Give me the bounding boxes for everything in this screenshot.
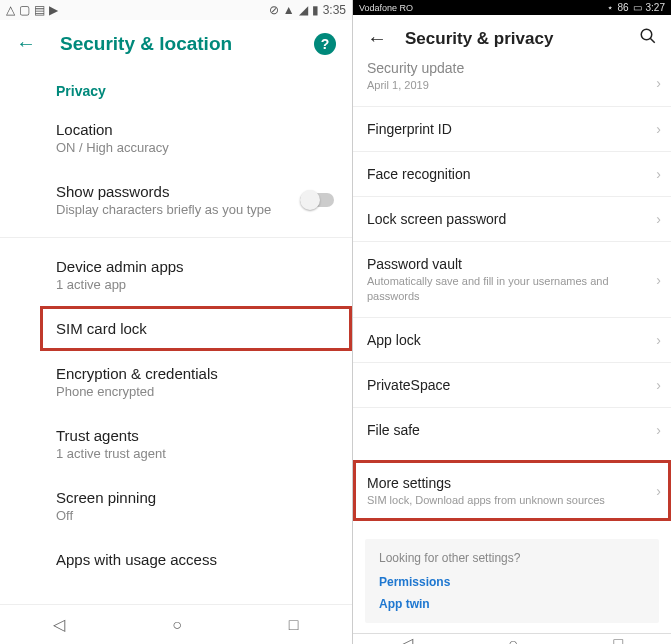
item-title: More settings xyxy=(367,475,657,491)
item-title: Apps with usage access xyxy=(56,551,336,568)
settings-list: Security update April 1, 2019 › Fingerpr… xyxy=(353,60,671,633)
app-bar: ← Security & privacy xyxy=(353,15,671,60)
item-file-safe[interactable]: File safe › xyxy=(353,407,671,452)
wifi-icon: ▲ xyxy=(283,3,295,17)
chevron-right-icon: › xyxy=(656,166,661,182)
bluetooth-icon: ⋆ xyxy=(607,2,613,13)
item-subtitle: April 1, 2019 xyxy=(367,78,657,92)
item-encryption[interactable]: Encryption & credentials Phone encrypted xyxy=(0,351,352,413)
item-private-space[interactable]: PrivateSpace › xyxy=(353,362,671,407)
search-icon[interactable] xyxy=(639,27,657,50)
app-bar: ← Security & location ? xyxy=(0,20,352,67)
divider xyxy=(0,237,352,238)
battery-icon: ▭ xyxy=(633,2,642,13)
item-title: Security update xyxy=(367,60,657,76)
nav-recent-icon[interactable]: □ xyxy=(289,616,299,634)
play-icon: ▶ xyxy=(49,3,58,17)
item-subtitle: Off xyxy=(56,508,336,523)
dnd-icon: ⊘ xyxy=(269,3,279,17)
nav-bar: ◁ ○ □ xyxy=(0,604,352,644)
item-sim-card-lock[interactable]: SIM card lock xyxy=(40,306,352,351)
item-title: Lock screen password xyxy=(367,211,657,227)
item-title: SIM card lock xyxy=(56,320,312,337)
item-subtitle: Phone encrypted xyxy=(56,384,336,399)
footer-question: Looking for other settings? xyxy=(379,551,645,565)
battery-pct: 86 xyxy=(617,2,628,13)
chevron-right-icon: › xyxy=(656,211,661,227)
item-title: Trust agents xyxy=(56,427,336,444)
toggle-switch[interactable] xyxy=(300,193,334,207)
nav-recent-icon[interactable]: □ xyxy=(614,635,624,644)
item-title: Encryption & credentials xyxy=(56,365,336,382)
chevron-right-icon: › xyxy=(656,483,661,499)
battery-icon: ▮ xyxy=(312,3,319,17)
status-time: 3:35 xyxy=(323,3,346,17)
chevron-right-icon: › xyxy=(656,272,661,288)
item-app-lock[interactable]: App lock › xyxy=(353,317,671,362)
item-subtitle: SIM lock, Download apps from unknown sou… xyxy=(367,493,657,507)
nav-bar: ◁ ○ □ xyxy=(353,633,671,644)
nav-home-icon[interactable]: ○ xyxy=(172,616,182,634)
item-location[interactable]: Location ON / High accuracy xyxy=(0,107,352,169)
item-subtitle: Display characters briefly as you type xyxy=(56,202,336,217)
back-arrow-icon[interactable]: ← xyxy=(16,32,36,55)
item-subtitle: ON / High accuracy xyxy=(56,140,336,155)
link-permissions[interactable]: Permissions xyxy=(379,575,645,589)
item-lock-screen-password[interactable]: Lock screen password › xyxy=(353,196,671,241)
status-bar: △ ▢ ▤ ▶ ⊘ ▲ ◢ ▮ 3:35 xyxy=(0,0,352,20)
settings-list: Privacy Location ON / High accuracy Show… xyxy=(0,67,352,582)
footer-suggestions: Looking for other settings? Permissions … xyxy=(365,539,659,623)
chevron-right-icon: › xyxy=(656,121,661,137)
item-device-admin[interactable]: Device admin apps 1 active app xyxy=(0,244,352,306)
item-title: Password vault xyxy=(367,256,657,272)
item-title: Face recognition xyxy=(367,166,657,182)
back-arrow-icon[interactable]: ← xyxy=(367,27,387,50)
help-icon[interactable]: ? xyxy=(314,33,336,55)
chevron-right-icon: › xyxy=(656,422,661,438)
item-subtitle: 1 active app xyxy=(56,277,336,292)
item-title: Device admin apps xyxy=(56,258,336,275)
chevron-right-icon: › xyxy=(656,377,661,393)
drive-icon: △ xyxy=(6,3,15,17)
chevron-right-icon: › xyxy=(656,332,661,348)
doc-icon: ▤ xyxy=(34,3,45,17)
phone-left: △ ▢ ▤ ▶ ⊘ ▲ ◢ ▮ 3:35 ← Security & locati… xyxy=(0,0,353,644)
item-face-recognition[interactable]: Face recognition › xyxy=(353,151,671,196)
item-subtitle: Automatically save and fill in your user… xyxy=(367,274,657,303)
item-title: PrivateSpace xyxy=(367,377,657,393)
link-app-twin[interactable]: App twin xyxy=(379,597,645,611)
page-title: Security & location xyxy=(60,33,290,55)
item-title: Screen pinning xyxy=(56,489,336,506)
signal-icon: ◢ xyxy=(299,3,308,17)
page-title: Security & privacy xyxy=(405,29,621,49)
item-show-passwords[interactable]: Show passwords Display characters briefl… xyxy=(0,169,352,231)
carrier-label: Vodafone RO xyxy=(359,3,413,13)
status-time: 3:27 xyxy=(646,2,665,13)
nav-back-icon[interactable]: ◁ xyxy=(53,615,65,634)
svg-point-0 xyxy=(641,29,652,40)
item-apps-usage[interactable]: Apps with usage access xyxy=(0,537,352,582)
nav-home-icon[interactable]: ○ xyxy=(508,635,518,644)
photo-icon: ▢ xyxy=(19,3,30,17)
item-subtitle: 1 active trust agent xyxy=(56,446,336,461)
status-bar: Vodafone RO ⋆ 86 ▭ 3:27 xyxy=(353,0,671,15)
item-title: Location xyxy=(56,121,336,138)
section-privacy: Privacy xyxy=(0,71,352,107)
item-title: App lock xyxy=(367,332,657,348)
item-more-settings[interactable]: More settings SIM lock, Download apps fr… xyxy=(353,460,671,521)
item-fingerprint[interactable]: Fingerprint ID › xyxy=(353,106,671,151)
item-trust-agents[interactable]: Trust agents 1 active trust agent xyxy=(0,413,352,475)
item-security-update[interactable]: Security update April 1, 2019 › xyxy=(353,60,671,106)
phone-right: Vodafone RO ⋆ 86 ▭ 3:27 ← Security & pri… xyxy=(353,0,671,644)
item-title: Show passwords xyxy=(56,183,336,200)
chevron-right-icon: › xyxy=(656,75,661,91)
item-screen-pinning[interactable]: Screen pinning Off xyxy=(0,475,352,537)
nav-back-icon[interactable]: ◁ xyxy=(401,634,413,644)
item-password-vault[interactable]: Password vault Automatically save and fi… xyxy=(353,241,671,317)
item-title: Fingerprint ID xyxy=(367,121,657,137)
item-title: File safe xyxy=(367,422,657,438)
svg-line-1 xyxy=(650,38,655,43)
